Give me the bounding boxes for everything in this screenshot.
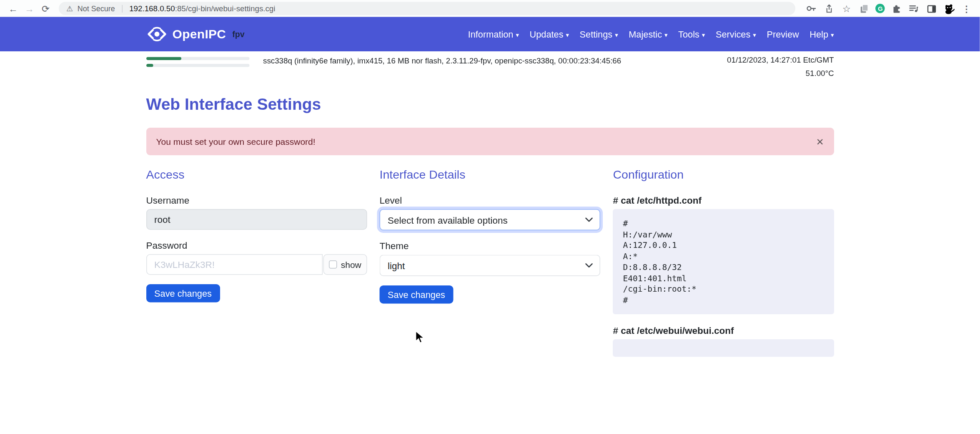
- browser-toolbar: ← → ⟳ ⚠ Not Secure 192.168.0.50:85/cgi-b…: [0, 0, 980, 17]
- device-info: ssc338q (infinity6e family), imx415, 16 …: [263, 56, 621, 66]
- menu-majestic[interactable]: Majestic▾: [629, 29, 667, 39]
- password-alert: You must set your own secure password! ✕: [146, 128, 834, 155]
- app-navbar: OpenIPC fpv Information▾ Updates▾ Settin…: [0, 17, 980, 52]
- chevron-down-icon: [586, 263, 593, 268]
- status-bar: ssc338q (infinity6e family), imx415, 16 …: [146, 51, 834, 78]
- theme-label: Theme: [380, 240, 601, 251]
- chevron-down-icon: ▾: [664, 31, 668, 38]
- side-panel-icon[interactable]: [926, 3, 938, 15]
- menu-settings[interactable]: Settings▾: [580, 29, 618, 39]
- url-text[interactable]: 192.168.0.50:85/cgi-bin/webui-settings.c…: [129, 4, 275, 13]
- access-section: Access Username Password show Save chang…: [146, 168, 367, 368]
- chevron-down-icon: ▾: [516, 31, 519, 38]
- temperature: 51.00°C: [727, 69, 834, 78]
- menu-information[interactable]: Information▾: [468, 29, 519, 39]
- bookmark-star-icon[interactable]: ☆: [841, 3, 853, 15]
- interface-details-heading: Interface Details: [380, 168, 601, 182]
- progress-bar-2: [146, 64, 250, 67]
- datetime: 01/12/2023, 14:27:01 Etc/GMT: [727, 56, 834, 65]
- menu-tools[interactable]: Tools▾: [678, 29, 705, 39]
- progress-bar-1: [146, 57, 250, 61]
- chevron-down-icon: ▾: [753, 31, 756, 38]
- chevron-down-icon: ▾: [615, 31, 618, 38]
- password-key-icon[interactable]: [806, 3, 818, 15]
- copy-extension-icon[interactable]: [858, 3, 870, 15]
- page-title: Web Interface Settings: [146, 95, 834, 114]
- chevron-down-icon: [586, 217, 593, 222]
- level-label: Level: [380, 195, 601, 206]
- username-label: Username: [146, 195, 367, 206]
- webui-conf-heading: # cat /etc/webui/webui.conf: [613, 325, 834, 336]
- theme-select[interactable]: light: [380, 255, 601, 276]
- divider: [122, 5, 123, 12]
- menu-services[interactable]: Services▾: [716, 29, 756, 39]
- chevron-down-icon: ▾: [831, 31, 834, 38]
- interface-save-button[interactable]: Save changes: [380, 285, 454, 304]
- back-icon[interactable]: ←: [6, 2, 20, 15]
- access-save-button[interactable]: Save changes: [146, 284, 220, 303]
- close-icon[interactable]: ✕: [816, 137, 824, 146]
- resource-usage-bars: [146, 56, 250, 71]
- show-password-addon: show: [323, 254, 367, 275]
- panda-extension-icon[interactable]: [943, 3, 955, 15]
- access-heading: Access: [146, 168, 367, 182]
- menu-help[interactable]: Help▾: [810, 29, 834, 39]
- show-password-checkbox[interactable]: [329, 260, 337, 269]
- openipc-logo-icon: [146, 26, 168, 42]
- security-chip[interactable]: Not Secure: [78, 4, 115, 13]
- playlist-icon[interactable]: [908, 3, 920, 15]
- reload-icon[interactable]: ⟳: [39, 2, 53, 15]
- password-label: Password: [146, 240, 367, 251]
- openipc-brand[interactable]: OpenIPC fpv: [146, 26, 245, 42]
- configuration-section: Configuration # cat /etc/httpd.conf # H:…: [613, 168, 834, 368]
- show-label[interactable]: show: [341, 260, 361, 270]
- chevron-down-icon: ▾: [566, 31, 569, 38]
- brand-name: OpenIPC: [173, 27, 226, 42]
- httpd-conf-block: # H:/var/www A:127.0.0.1 A:* D:8.8.8.8/3…: [613, 209, 834, 314]
- username-field[interactable]: [146, 209, 367, 230]
- screen: ← → ⟳ ⚠ Not Secure 192.168.0.50:85/cgi-b…: [0, 0, 980, 434]
- extensions-puzzle-icon[interactable]: [891, 3, 903, 15]
- httpd-conf-heading: # cat /etc/httpd.conf: [613, 195, 834, 206]
- webui-conf-block: [613, 339, 834, 357]
- forward-icon[interactable]: →: [23, 2, 36, 15]
- menu-updates[interactable]: Updates▾: [530, 29, 569, 39]
- chevron-down-icon: ▾: [702, 31, 705, 38]
- level-select[interactable]: Select from available options: [380, 209, 601, 230]
- main-menu: Information▾ Updates▾ Settings▾ Majestic…: [468, 29, 834, 39]
- menu-preview[interactable]: Preview: [767, 29, 799, 39]
- grammarly-icon[interactable]: G: [876, 4, 885, 13]
- alert-message: You must set your own secure password!: [156, 136, 316, 146]
- configuration-heading: Configuration: [613, 168, 834, 182]
- brand-suffix: fpv: [232, 30, 244, 39]
- address-bar[interactable]: ⚠ Not Secure 192.168.0.50:85/cgi-bin/web…: [59, 2, 796, 15]
- password-field[interactable]: [146, 254, 323, 275]
- browser-menu-icon[interactable]: ⋮: [961, 3, 973, 15]
- share-icon[interactable]: [823, 3, 835, 15]
- interface-details-section: Interface Details Level Select from avai…: [380, 168, 601, 368]
- not-secure-warning-icon: ⚠: [66, 5, 73, 12]
